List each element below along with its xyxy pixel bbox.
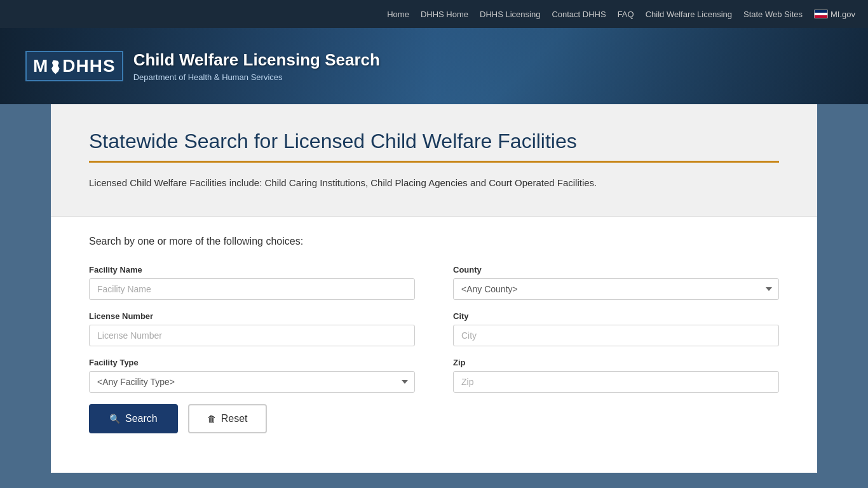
right-column: County <Any County> Alcona Alger Allegan…: [453, 265, 779, 433]
search-icon: [109, 413, 120, 424]
nav-faq[interactable]: FAQ: [618, 10, 634, 19]
page-heading: Statewide Search for Licensed Child Welf…: [89, 130, 779, 163]
license-number-label: License Number: [89, 311, 415, 321]
nav-state-web-sites[interactable]: State Web Sites: [743, 10, 803, 19]
zip-group: Zip: [453, 358, 779, 393]
county-label: County: [453, 265, 779, 274]
city-group: City: [453, 311, 779, 346]
main-content: Statewide Search for Licensed Child Welf…: [51, 104, 817, 473]
logo-text: MDHHS: [33, 56, 116, 76]
header-banner: MDHHS Child Welfare Licensing Search Dep…: [0, 28, 868, 104]
michigan-state-icon: [50, 60, 61, 74]
facility-name-label: Facility Name: [89, 265, 415, 274]
county-group: County <Any County> Alcona Alger Allegan…: [453, 265, 779, 300]
mi-gov-link[interactable]: MI.gov: [814, 10, 855, 19]
search-section: Search by one or more of the following c…: [51, 217, 817, 459]
hero-description: Licensed Child Welfare Facilities includ…: [89, 175, 779, 191]
reset-button[interactable]: Reset: [188, 404, 267, 433]
michigan-flag-icon: [814, 10, 828, 18]
search-button[interactable]: Search: [89, 404, 178, 433]
facility-name-input[interactable]: [89, 278, 415, 300]
zip-input[interactable]: [453, 371, 779, 393]
nav-dhhs-licensing[interactable]: DHHS Licensing: [480, 10, 540, 19]
license-number-input[interactable]: [89, 325, 415, 346]
logo-area: MDHHS Child Welfare Licensing Search Dep…: [25, 50, 380, 82]
city-input[interactable]: [453, 325, 779, 346]
top-navigation: Home DHHS Home DHHS Licensing Contact DH…: [0, 0, 868, 28]
site-title: Child Welfare Licensing Search: [133, 50, 380, 70]
site-subtitle: Department of Health & Human Services: [133, 72, 380, 82]
search-form: Facility Name License Number Facility Ty…: [89, 265, 779, 433]
city-label: City: [453, 311, 779, 321]
reset-icon: [207, 413, 216, 424]
facility-type-label: Facility Type: [89, 358, 415, 367]
header-titles: Child Welfare Licensing Search Departmen…: [133, 50, 380, 82]
facility-type-group: Facility Type <Any Facility Type> Child …: [89, 358, 415, 393]
nav-dhhs-home[interactable]: DHHS Home: [421, 10, 468, 19]
nav-home[interactable]: Home: [387, 10, 409, 19]
button-row: Search Reset: [89, 404, 415, 433]
left-column: Facility Name License Number Facility Ty…: [89, 265, 415, 433]
county-select[interactable]: <Any County> Alcona Alger Allegan Alpena…: [453, 278, 779, 300]
hero-section: Statewide Search for Licensed Child Welf…: [51, 104, 817, 217]
nav-contact-dhhs[interactable]: Contact DHHS: [552, 10, 606, 19]
facility-name-group: Facility Name: [89, 265, 415, 300]
facility-type-select[interactable]: <Any Facility Type> Child Caring Institu…: [89, 371, 415, 393]
search-intro-text: Search by one or more of the following c…: [89, 236, 779, 247]
license-number-group: License Number: [89, 311, 415, 346]
zip-label: Zip: [453, 358, 779, 367]
logo-box: MDHHS: [25, 51, 123, 81]
nav-child-welfare-licensing[interactable]: Child Welfare Licensing: [646, 10, 732, 19]
